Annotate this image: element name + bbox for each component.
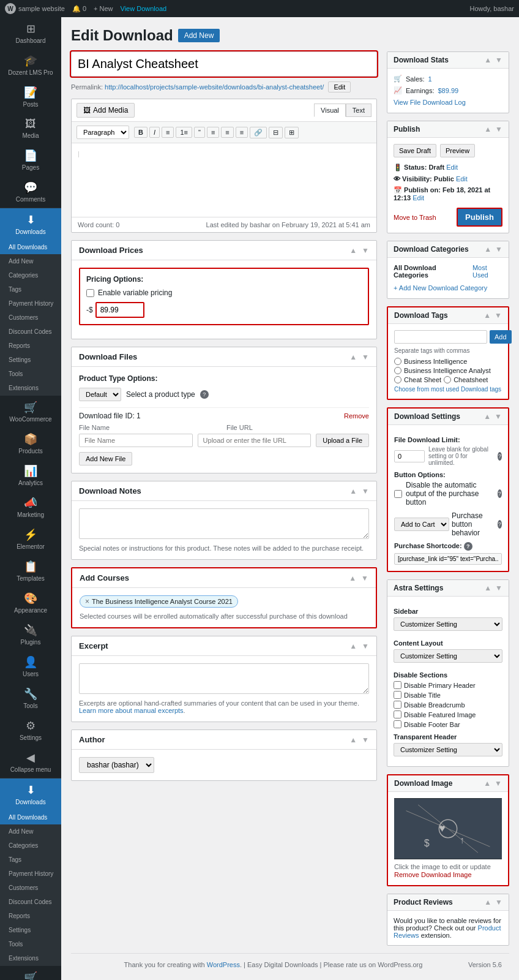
editor-tab-text[interactable]: Text (346, 104, 372, 117)
publish-button[interactable]: Publish (457, 208, 502, 227)
publish-header[interactable]: Publish ▲ ▼ (387, 121, 509, 138)
disable-breadcrumb-checkbox[interactable] (394, 701, 401, 709)
submenu-tools[interactable]: Tools (0, 367, 61, 381)
file-name-input[interactable] (79, 434, 193, 447)
sidebar-item-plugins[interactable]: 🔌 Plugins (0, 619, 61, 650)
tag-radio-1[interactable] (394, 358, 401, 365)
submenu-reports-2[interactable]: Reports (0, 909, 61, 923)
add-category-link[interactable]: + Add New Download Category (394, 284, 487, 292)
publish-up-icon[interactable]: ▲ (484, 125, 491, 134)
link-button[interactable]: 🔗 (250, 127, 267, 138)
sidebar-item-pages[interactable]: 📄 Pages (0, 144, 61, 176)
status-edit-link[interactable]: Edit (446, 164, 458, 171)
submenu-extensions[interactable]: Extensions (0, 381, 61, 395)
sidebar-item-comments[interactable]: 💬 Comments (0, 176, 61, 208)
stats-up-icon[interactable]: ▲ (484, 56, 491, 64)
astra-down-icon[interactable]: ▼ (495, 584, 502, 592)
permalink-edit-button[interactable]: Edit (328, 81, 351, 92)
more-button[interactable]: ⊟ (269, 127, 283, 138)
publish-on-edit-link[interactable]: Edit (413, 194, 424, 202)
disable-footer-bar-checkbox[interactable] (394, 720, 401, 728)
tag-add-button[interactable]: Add (490, 330, 512, 344)
paragraph-format-select[interactable]: Paragraph (77, 126, 129, 139)
remove-download-image-link[interactable]: Remove Download Image (394, 871, 472, 878)
author-up-icon[interactable]: ▲ (349, 736, 357, 744)
italic-button[interactable]: I (149, 127, 160, 138)
post-title-input[interactable] (71, 51, 377, 77)
author-header[interactable]: Author ▲ ▼ (72, 730, 376, 750)
submenu-discount-codes[interactable]: Discount Codes (0, 325, 61, 339)
add-new-file-button[interactable]: Add New File (79, 452, 132, 466)
purchase-button-select[interactable]: Add to Cart (394, 518, 449, 531)
align-right-button[interactable]: ≡ (236, 127, 248, 138)
settings-down-icon[interactable]: ▼ (495, 412, 502, 421)
sidebar-item-media[interactable]: 🖼 Media (0, 113, 61, 144)
submenu-reports[interactable]: Reports (0, 339, 61, 353)
blockquote-button[interactable]: " (194, 127, 205, 138)
excerpt-learn-more-link[interactable]: Learn more about manual excerpts (79, 707, 184, 714)
excerpt-header[interactable]: Excerpt ▲ ▼ (72, 636, 376, 656)
tag-radio-2[interactable] (394, 367, 401, 374)
editor-tab-visual[interactable]: Visual (314, 104, 346, 117)
submenu-add-new-2[interactable]: Add New (0, 824, 61, 839)
file-remove-link[interactable]: Remove (344, 412, 369, 420)
sidebar-item-settings[interactable]: ⚙ Settings (0, 714, 61, 746)
astra-up-icon[interactable]: ▲ (484, 584, 491, 592)
author-select[interactable]: bashar (bashar) (79, 757, 154, 773)
download-settings-header[interactable]: Download Settings ▲ ▼ (388, 409, 508, 425)
submenu-add-new[interactable]: Add New (0, 254, 61, 268)
ordered-list-button[interactable]: 1≡ (176, 127, 192, 138)
submenu-extensions-2[interactable]: Extensions (0, 951, 61, 965)
download-image-preview[interactable]: ♥ $ ↑ (394, 798, 502, 859)
add-new-button[interactable]: Add New (178, 29, 220, 42)
unordered-list-button[interactable]: ≡ (162, 127, 174, 138)
sidebar-item-dozent[interactable]: 🎓 Dozent LMS Pro (0, 49, 61, 81)
author-down-icon[interactable]: ▼ (362, 736, 369, 744)
disable-title-checkbox[interactable] (394, 691, 401, 699)
categories-down-icon[interactable]: ▼ (495, 245, 502, 254)
save-draft-button[interactable]: Save Draft (394, 144, 436, 157)
sidebar-item-users[interactable]: 👤 Users (0, 650, 61, 682)
sidebar-item-downloads[interactable]: ⬇ Downloads (0, 208, 61, 240)
admin-bar-notification[interactable]: 🔔 0 (72, 5, 86, 13)
submenu-all-downloads-2[interactable]: All Downloads (0, 810, 61, 824)
product-type-select[interactable]: Default (79, 388, 121, 401)
submenu-tools-2[interactable]: Tools (0, 937, 61, 951)
choose-tags-link[interactable]: Choose from most used Download tags (394, 386, 502, 393)
sidebar-select[interactable]: Customizer Setting (394, 617, 502, 631)
sidebar-item-dashboard[interactable]: ⊞ Dashboard (0, 17, 61, 49)
excerpt-textarea[interactable] (79, 663, 369, 694)
footer-wp-link[interactable]: WordPress (207, 961, 240, 968)
sidebar-item-appearance[interactable]: 🎨 Appearance (0, 587, 61, 619)
submenu-settings[interactable]: Settings (0, 353, 61, 367)
editor-content-area[interactable]: | (72, 143, 376, 217)
variable-pricing-checkbox[interactable] (86, 289, 94, 297)
settings-up-icon[interactable]: ▲ (484, 412, 491, 421)
astra-settings-header[interactable]: Astra Settings ▲ ▼ (387, 580, 509, 597)
sidebar-item-elementor[interactable]: ⚡ Elementor (0, 523, 61, 555)
visibility-edit-link[interactable]: Edit (456, 175, 468, 183)
sidebar-item-analytics[interactable]: 📊 Analytics (0, 459, 61, 491)
submenu-settings-2[interactable]: Settings (0, 923, 61, 937)
product-reviews-header[interactable]: Product Reviews ▲ ▼ (387, 894, 509, 911)
sidebar-item-posts[interactable]: 📝 Posts (0, 81, 61, 113)
reviews-up-icon[interactable]: ▲ (484, 898, 491, 907)
publish-down-icon[interactable]: ▼ (495, 125, 502, 134)
sidebar-item-collapse[interactable]: ◀ Collapse menu (0, 746, 61, 778)
admin-bar-view-download[interactable]: View Download (121, 5, 167, 12)
bold-button[interactable]: B (134, 127, 147, 138)
permalink-url[interactable]: http://localhost/projects/sample-website… (105, 83, 324, 91)
file-url-input[interactable] (198, 434, 312, 447)
tag-radio-4[interactable] (444, 376, 451, 383)
align-left-button[interactable]: ≡ (207, 127, 219, 138)
submenu-payment-history-2[interactable]: Payment History (0, 867, 61, 881)
sidebar-item-downloads-2[interactable]: ⬇ Downloads (0, 778, 61, 810)
download-stats-header[interactable]: Download Stats ▲ ▼ (387, 52, 509, 69)
excerpt-down-icon[interactable]: ▼ (362, 642, 369, 650)
excerpt-up-icon[interactable]: ▲ (349, 642, 357, 650)
file-limit-input[interactable] (394, 450, 425, 462)
earnings-value[interactable]: $89.99 (438, 87, 458, 94)
download-tags-header[interactable]: Download Tags ▲ ▼ (388, 307, 508, 324)
tag-input[interactable] (394, 330, 487, 344)
transparent-header-select[interactable]: Customizer Setting (394, 743, 502, 756)
